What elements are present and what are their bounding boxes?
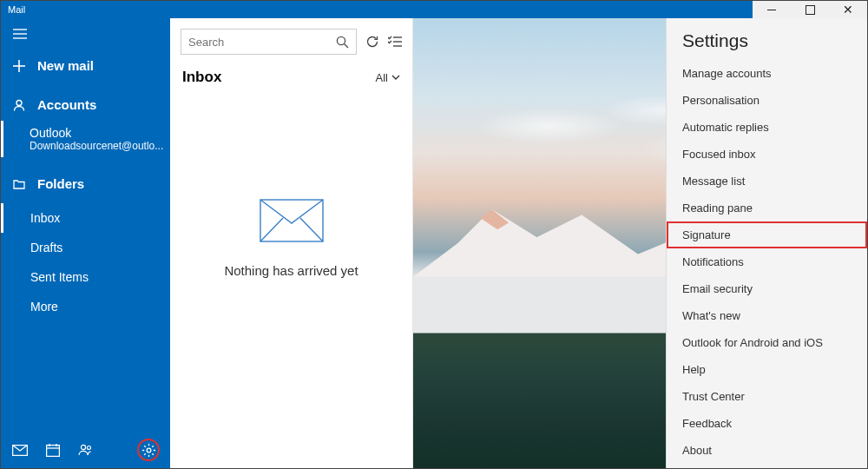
folders-header[interactable]: Folders (1, 168, 170, 200)
sync-button[interactable] (365, 35, 379, 49)
settings-button[interactable] (140, 441, 157, 459)
svg-point-11 (81, 445, 85, 449)
chevron-down-icon (391, 75, 400, 80)
folder-more[interactable]: More (1, 292, 170, 321)
settings-item-personalisation[interactable]: Personalisation (667, 87, 867, 114)
settings-item-manage-accounts[interactable]: Manage accounts (667, 60, 867, 87)
settings-item-help[interactable]: Help (667, 356, 867, 383)
window-minimize-button[interactable] (753, 1, 791, 18)
sidebar-bottom-bar (1, 432, 170, 468)
folder-sent[interactable]: Sent Items (1, 262, 170, 292)
settings-item-feedback[interactable]: Feedback (667, 410, 867, 437)
settings-item-automatic-replies[interactable]: Automatic replies (667, 114, 867, 141)
settings-item-trust-center[interactable]: Trust Center (667, 383, 867, 410)
account-name: Outlook (30, 126, 158, 140)
settings-item-reading-pane[interactable]: Reading pane (667, 195, 867, 221)
svg-rect-19 (260, 200, 323, 241)
settings-item-email-security[interactable]: Email security (667, 275, 867, 302)
person-icon (13, 99, 25, 111)
folder-drafts[interactable]: Drafts (1, 233, 170, 262)
new-mail-button[interactable]: New mail (1, 50, 170, 89)
account-email: Downloadsourcenet@outlo... (30, 140, 158, 152)
settings-item-outlook-mobile[interactable]: Outlook for Android and iOS (667, 329, 867, 356)
folder-inbox[interactable]: Inbox (1, 203, 170, 233)
inbox-filter-dropdown[interactable]: All (376, 71, 400, 84)
svg-point-13 (147, 448, 151, 452)
folder-icon (13, 179, 25, 189)
settings-title: Settings (667, 30, 867, 60)
envelope-icon (260, 199, 324, 242)
accounts-label: Accounts (37, 97, 96, 112)
settings-item-signature[interactable]: Signature (667, 221, 867, 248)
sidebar: New mail Accounts Outlook Downloadsource… (1, 18, 170, 468)
empty-state: Nothing has arrived yet (170, 95, 412, 468)
select-mode-button[interactable] (388, 36, 402, 48)
settings-item-notifications[interactable]: Notifications (667, 248, 867, 275)
empty-message: Nothing has arrived yet (224, 263, 358, 278)
inbox-title: Inbox (182, 69, 376, 86)
folders-label: Folders (37, 176, 84, 191)
window-maximize-button[interactable] (791, 1, 829, 18)
accounts-header[interactable]: Accounts (1, 89, 170, 121)
search-icon[interactable] (336, 36, 349, 49)
settings-panel: Settings Manage accounts Personalisation… (666, 18, 867, 468)
new-mail-label: New mail (37, 58, 94, 73)
settings-item-about[interactable]: About (667, 437, 867, 464)
settings-item-whats-new[interactable]: What's new (667, 302, 867, 329)
window-title: Mail (1, 4, 753, 15)
account-item-outlook[interactable]: Outlook Downloadsourcenet@outlo... (1, 121, 170, 157)
inbox-filter-label: All (376, 71, 388, 84)
svg-rect-7 (47, 445, 60, 456)
settings-item-message-list[interactable]: Message list (667, 168, 867, 195)
svg-point-5 (16, 100, 22, 105)
search-box[interactable] (181, 29, 357, 55)
window-close-button[interactable]: ✕ (829, 1, 867, 18)
mail-icon[interactable] (11, 441, 29, 459)
svg-point-14 (337, 36, 345, 44)
calendar-icon[interactable] (44, 441, 62, 459)
titlebar: Mail ✕ (1, 1, 867, 18)
people-icon[interactable] (77, 441, 95, 459)
svg-line-15 (345, 43, 349, 48)
settings-item-focused-inbox[interactable]: Focused inbox (667, 141, 867, 168)
svg-point-12 (88, 446, 91, 450)
search-input[interactable] (188, 36, 336, 49)
inbox-column: Inbox All Nothing has arrived yet (170, 18, 413, 468)
settings-button-highlight (137, 439, 160, 461)
hamburger-button[interactable] (1, 18, 170, 50)
mail-app: Mail ✕ New mail Accounts (0, 0, 868, 469)
plus-icon (13, 60, 25, 72)
